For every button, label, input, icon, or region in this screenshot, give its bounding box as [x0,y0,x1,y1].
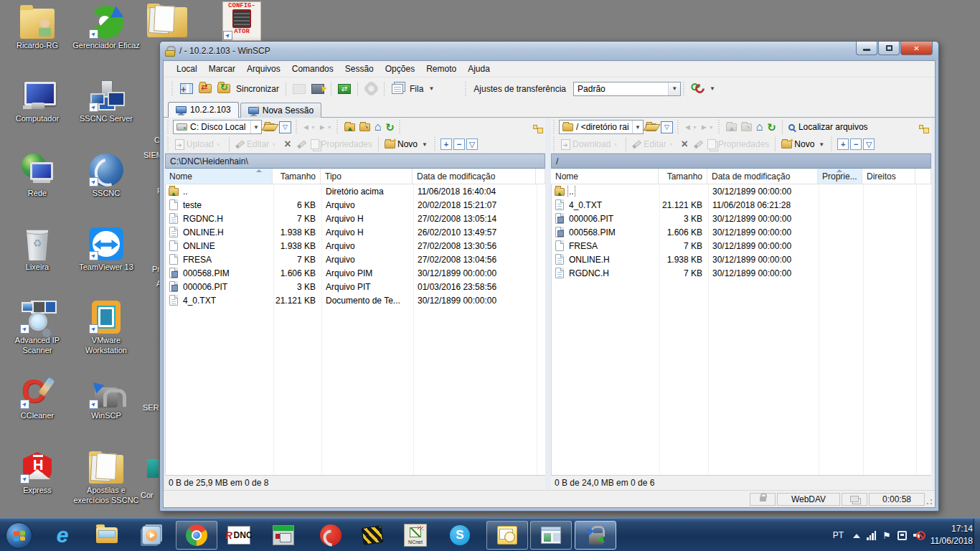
toolbar-grip[interactable] [399,120,402,134]
remote-path-bar[interactable]: / [551,154,931,169]
taskbar-internet-explorer[interactable]: e [46,521,79,550]
remote-directory-combobox[interactable]: / <diretório rai ▼ [559,120,644,134]
session-tab-active[interactable]: 10.2.2.103 [168,102,239,118]
synchronize-label[interactable]: Sincronizar [236,84,279,94]
file-row[interactable]: ONLINE 1.938 KB Arquivo 27/02/2008 13:30… [166,239,545,253]
menu-item[interactable]: Marcar [203,62,241,75]
back-icon[interactable]: ◄ [684,123,692,131]
properties-button[interactable]: Propriedades [308,139,374,149]
toolbar-grip[interactable] [465,82,468,96]
title-bar[interactable]: / - 10.2.2.103 - WinSCP ▬ ✕ [160,42,938,60]
file-row[interactable]: 000568.PIM 1.606 KB Arquivo PIM 30/12/18… [166,266,545,280]
taskbar-chrome[interactable] [176,521,217,550]
toggle-panels-button[interactable] [179,82,194,96]
unselect-files-button[interactable]: − [453,138,465,150]
file-row[interactable]: RGDNC.H 7 KB 30/12/1899 00:00:00 [552,266,931,280]
toolbar-grip[interactable] [167,120,171,134]
toolbar-grip[interactable] [831,137,834,151]
toolbar-grip[interactable] [553,137,557,151]
toolbar-grip[interactable] [718,120,722,134]
desktop-icon[interactable]: Advanced IP Scanner [4,301,70,356]
desktop-icon[interactable]: Express [4,451,70,496]
refresh-button[interactable]: ↻ [383,122,397,133]
toolbar-grip[interactable] [434,137,438,151]
desktop-icon[interactable]: Gerenciador Eficaz [72,6,141,51]
file-row[interactable]: RGDNC.H 7 KB Arquivo H 27/02/2008 13:05:… [166,212,545,225]
taskbar-media-player[interactable] [135,521,168,550]
desktop-icon[interactable]: SSCNC Server [72,79,141,124]
desktop-icon[interactable]: Computador [4,79,70,124]
new-button[interactable]: Novo▼ [779,139,829,149]
toolbar-grip[interactable] [296,120,299,134]
file-row[interactable]: 000006.PIT 3 KB Arquivo PIT 01/03/2016 2… [166,280,545,293]
local-path-bar[interactable]: C:\DNC\Heidenhain\ [165,154,545,169]
back-icon[interactable]: ◄ [302,123,310,131]
rename-button[interactable] [295,143,308,146]
taskbar-clock[interactable]: 17:14 11/06/2018 [930,523,973,547]
network-signal-icon[interactable] [867,531,876,540]
toolbar-grip[interactable] [683,82,687,96]
taskbar-tool-app[interactable] [356,521,389,550]
root-directory-button[interactable] [739,123,754,131]
taskbar-ncnet[interactable]: NCnet [399,521,432,550]
chevron-down-icon[interactable]: ▼ [692,125,697,130]
menu-item[interactable]: Sessão [339,62,380,75]
taskbar-heidenhain[interactable] [267,521,300,550]
desktop-icon[interactable]: Apostilas e exercícios SSCNC [72,451,141,506]
desktop-icon[interactable]: VMware Workstation [72,301,141,356]
tree-view-button[interactable] [531,125,545,129]
start-button[interactable] [6,522,32,549]
menu-item[interactable]: Local [171,62,203,75]
column-header-size[interactable]: Tamanho [659,169,707,184]
unselect-files-button[interactable]: − [850,138,862,150]
chevron-down-icon[interactable]: ▼ [710,85,715,92]
edit-button[interactable]: Editar▼ [233,139,281,149]
chevron-down-icon[interactable]: ▼ [632,121,643,133]
menu-item[interactable]: Remoto [420,62,462,75]
toolbar-grip[interactable] [553,120,557,134]
file-row[interactable]: FRESA 7 KB Arquivo 27/02/2008 13:04:56 [166,253,545,266]
delete-button[interactable]: × [678,138,692,150]
desktop-icon[interactable]: CCleaner [4,376,70,421]
selection-filter-button[interactable]: ▽ [863,138,875,150]
refresh-button[interactable]: ↻ [765,122,778,133]
toolbar-grip[interactable] [167,137,171,151]
parent-directory-button[interactable] [342,123,357,131]
toolbar-grip[interactable] [171,82,175,96]
queue-label[interactable]: Fila [410,84,423,94]
file-row[interactable]: 000568.PIM 1.606 KB 30/12/1899 00:00:00 [552,225,931,239]
muted-speaker-icon[interactable] [913,530,924,540]
menu-item[interactable]: Ajuda [462,62,496,75]
new-session-tab[interactable]: Nova Sessão [240,103,321,118]
desktop-icon[interactable]: WinSCP [72,376,141,421]
find-files-button[interactable]: Localizar arquivos [786,122,870,132]
forward-icon[interactable]: ► [319,123,326,131]
file-row[interactable]: 4_0.TXT 21.121 KB Documento de Te... 30/… [166,293,545,307]
file-row[interactable]: ONLINE.H 1.938 KB Arquivo H 26/02/2010 1… [166,225,545,239]
home-directory-button[interactable]: ⌂ [372,121,384,133]
open-directory-button[interactable] [644,123,659,131]
minimize-button[interactable]: ▬ [856,42,877,55]
menu-item[interactable]: Opções [380,62,420,75]
column-header-type[interactable]: Tipo [321,169,413,184]
transfer-settings-sync-button[interactable] [690,82,706,96]
chevron-down-icon[interactable]: ▼ [311,125,316,130]
local-drive-combobox[interactable]: C: Disco Local ▼ [173,120,262,134]
file-row[interactable]: 4_0.TXT 21.121 KB 11/06/2018 06:21:28 [552,198,931,212]
open-terminal-button[interactable] [310,82,326,96]
forward-icon[interactable]: ► [700,123,708,131]
taskbar-outlook[interactable] [486,521,528,550]
transfer-settings-combobox[interactable]: Padrão ▼ [573,82,681,96]
transfer-button[interactable]: ⇄ [336,82,352,96]
column-header-name[interactable]: Nome [165,169,273,184]
maximize-button[interactable] [878,42,900,55]
rename-button[interactable] [692,143,705,146]
properties-button[interactable]: Propriedades [705,139,771,149]
parent-directory-button[interactable] [724,123,739,131]
column-header-date[interactable]: Data de modificação [707,169,818,184]
protocol-cell[interactable]: WebDAV [777,493,840,506]
download-button[interactable]: Download▼ [559,139,622,150]
chevron-down-icon[interactable]: ▼ [250,121,261,133]
taskbar-red-app[interactable] [314,521,347,550]
close-button[interactable]: ✕ [900,42,933,55]
